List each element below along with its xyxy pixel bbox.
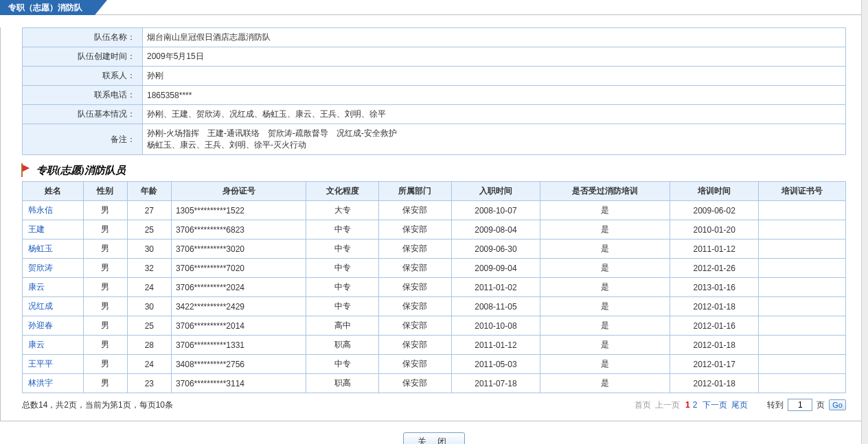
cell: 25 — [127, 220, 171, 239]
cell: 中专 — [306, 355, 379, 374]
name-link[interactable]: 况红成 — [28, 301, 53, 311]
col-header-8: 培训时间 — [670, 182, 759, 201]
pager-prev[interactable]: 上一页 — [655, 399, 680, 411]
pager-last[interactable]: 尾页 — [731, 399, 748, 411]
cell: 24 — [127, 355, 171, 374]
name-link[interactable]: 林洪宇 — [28, 378, 53, 388]
section-title-text: 专职(志愿)消防队员 — [36, 164, 126, 177]
cell: 中专 — [306, 297, 379, 316]
label-summary: 队伍基本情况： — [23, 105, 143, 124]
name-link[interactable]: 王平平 — [28, 359, 53, 369]
name-link[interactable]: 王建 — [28, 224, 45, 234]
cell: 男 — [83, 355, 127, 374]
pager-jump-label: 转到 — [767, 399, 784, 411]
pager-page-1[interactable]: 1 — [685, 400, 690, 410]
cell: 保安部 — [379, 278, 452, 297]
cell: 2009-08-04 — [451, 220, 540, 239]
cell — [759, 259, 846, 278]
name-link[interactable]: 韩永信 — [28, 205, 53, 215]
cell[interactable]: 孙迎春 — [23, 316, 84, 336]
cell: 3706**********2014 — [171, 316, 306, 336]
cell — [759, 201, 846, 220]
cell: 2012-01-18 — [670, 336, 759, 355]
col-header-4: 文化程度 — [306, 182, 379, 201]
cell[interactable]: 杨虹玉 — [23, 239, 84, 259]
cell[interactable]: 王平平 — [23, 355, 84, 374]
name-link[interactable]: 康云 — [28, 340, 45, 349]
cell — [759, 297, 846, 316]
pager-first[interactable]: 首页 — [635, 399, 651, 411]
cell: 2012-01-17 — [670, 355, 759, 374]
cell: 男 — [83, 278, 127, 297]
cell: 3706**********3020 — [171, 239, 306, 259]
cell: 3706**********3114 — [171, 374, 306, 393]
cell: 男 — [83, 374, 127, 393]
cell[interactable]: 林洪宇 — [23, 374, 84, 393]
section-title: 专职(志愿)消防队员 — [21, 163, 867, 177]
cell: 3408**********2756 — [171, 355, 306, 374]
cell[interactable]: 王建 — [23, 220, 84, 239]
col-header-1: 性别 — [83, 182, 127, 201]
cell[interactable]: 康云 — [23, 336, 84, 355]
cell — [759, 355, 846, 374]
name-link[interactable]: 康云 — [28, 282, 45, 292]
cell: 保安部 — [379, 239, 452, 259]
cell: 保安部 — [379, 220, 452, 239]
cell: 2011-01-02 — [451, 278, 540, 297]
name-link[interactable]: 孙迎春 — [28, 320, 53, 330]
cell: 男 — [83, 336, 127, 355]
cell: 男 — [83, 220, 127, 239]
name-link[interactable]: 杨虹玉 — [28, 244, 53, 253]
cell: 25 — [127, 316, 171, 336]
pager-jump-input[interactable] — [788, 399, 812, 411]
cell: 是 — [540, 355, 670, 374]
cell: 保安部 — [379, 259, 452, 278]
col-header-3: 身份证号 — [171, 182, 306, 201]
pager-next[interactable]: 下一页 — [703, 399, 727, 411]
cell: 是 — [540, 201, 670, 220]
cell: 2010-01-20 — [670, 220, 759, 239]
cell: 2009-09-04 — [451, 259, 540, 278]
name-link[interactable]: 贺欣涛 — [28, 263, 53, 272]
cell[interactable]: 康云 — [23, 278, 84, 297]
cell[interactable]: 韩永信 — [23, 201, 84, 220]
cell: 男 — [83, 201, 127, 220]
table-row: 王建男253706**********6823中专保安部2009-08-04是2… — [23, 220, 846, 239]
cell: 是 — [540, 220, 670, 239]
col-header-7: 是否受过消防培训 — [540, 182, 670, 201]
scrollbar-track[interactable] — [861, 0, 868, 444]
tab-active[interactable]: 专职（志愿）消防队 — [0, 0, 95, 15]
content-area: 队伍名称： 烟台南山皇冠假日酒店志愿消防队 队伍创建时间： 2009年5月15日… — [0, 27, 868, 421]
cell: 男 — [83, 259, 127, 278]
pager: 总数14，共2页，当前为第1页，每页10条 首页 上一页 12 下一页 尾页 转… — [22, 399, 846, 411]
cell: 保安部 — [379, 355, 452, 374]
cell: 30 — [127, 297, 171, 316]
close-button[interactable]: 关 闭 — [403, 432, 465, 444]
pager-go-button[interactable]: Go — [829, 399, 846, 410]
pager-page-2[interactable]: 2 — [693, 400, 698, 410]
cell: 2009-06-30 — [451, 239, 540, 259]
cell[interactable]: 贺欣涛 — [23, 259, 84, 278]
cell[interactable]: 况红成 — [23, 297, 84, 316]
col-header-0: 姓名 — [23, 182, 84, 201]
cell: 24 — [127, 278, 171, 297]
cell — [759, 336, 846, 355]
cell: 2012-01-18 — [670, 374, 759, 393]
remark-line2: 杨虹玉、康云、王兵、刘明、徐平-灭火行动 — [147, 139, 840, 151]
cell: 保安部 — [379, 297, 452, 316]
cell: 是 — [540, 316, 670, 336]
cell: 2011-01-12 — [451, 336, 540, 355]
cell: 男 — [83, 297, 127, 316]
cell: 2012-01-18 — [670, 297, 759, 316]
pager-jump-suffix: 页 — [816, 399, 825, 411]
pager-summary: 总数14，共2页，当前为第1页，每页10条 — [22, 399, 173, 411]
cell — [759, 374, 846, 393]
cell: 男 — [83, 316, 127, 336]
table-row: 杨虹玉男303706**********3020中专保安部2009-06-30是… — [23, 239, 846, 259]
footer: 关 闭 — [0, 421, 868, 444]
cell: 2012-01-16 — [670, 316, 759, 336]
table-row: 林洪宇男233706**********3114职高保安部2011-07-18是… — [23, 374, 846, 393]
table-row: 孙迎春男253706**********2014高中保安部2010-10-08是… — [23, 316, 846, 336]
cell: 2013-01-16 — [670, 278, 759, 297]
table-row: 况红成男303422**********2429中专保安部2008-11-05是… — [23, 297, 846, 316]
